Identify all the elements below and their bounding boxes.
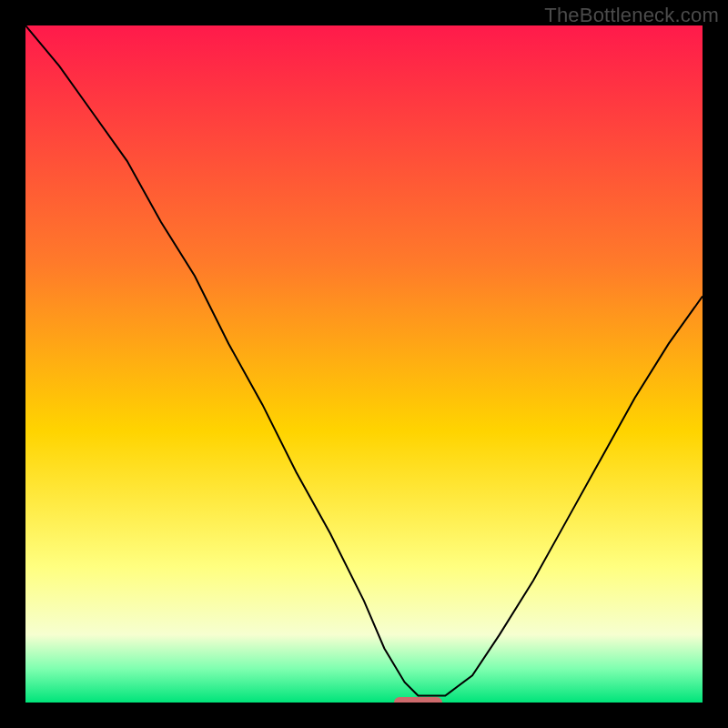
curve-path <box>25 25 703 696</box>
plot-area <box>25 25 703 703</box>
chart-frame: TheBottleneck.com <box>0 0 728 728</box>
watermark-text: TheBottleneck.com <box>544 4 719 27</box>
bottleneck-curve <box>25 25 703 703</box>
optimal-marker <box>394 697 441 703</box>
